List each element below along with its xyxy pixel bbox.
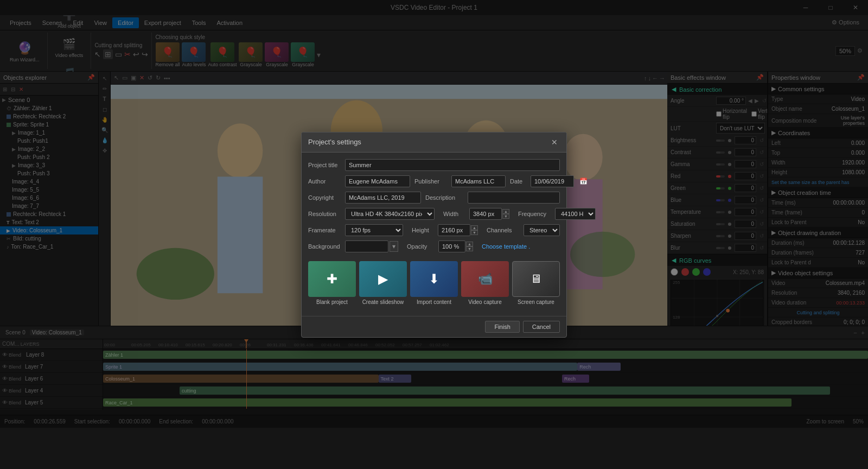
description-input[interactable] [468,192,560,204]
dialog-footer: Finish Cancel [302,316,566,337]
height-dn-btn[interactable]: ▼ [471,230,478,235]
author-input[interactable] [345,175,410,187]
template-grid: ✚ Blank project ▶ Create slideshow ⬇ Imp… [308,257,560,309]
template-screencap[interactable]: 🖥 Screen capture [512,261,560,305]
dialog-title-bar: Project's settings ✕ [302,132,566,153]
date-picker-btn[interactable]: 📅 [579,178,588,185]
template-slideshow[interactable]: ▶ Create slideshow [359,261,407,305]
template-import[interactable]: ⬇ Import content [410,261,458,305]
author-row: Author Publisher Date 📅 [308,175,560,187]
template-videocap[interactable]: 📹 Video capture [461,261,509,305]
dialog-body: Project title Author Publisher Date 📅 Co… [302,153,566,316]
height-up-btn[interactable]: ▲ [471,225,478,230]
dialog-title-text: Project's settings [308,138,361,146]
opacity-up-btn[interactable]: ▲ [466,242,473,246]
project-title-row: Project title [308,159,560,171]
framerate-row: Framerate 120 fps Height ▲ ▼ Channels St… [308,224,560,236]
template-blank[interactable]: ✚ Blank project [308,261,356,305]
dialog-close-btn[interactable]: ✕ [549,137,560,148]
background-color-picker[interactable] [345,240,388,252]
width-up-btn[interactable]: ▲ [502,209,509,214]
channels-select[interactable]: Stereo [524,224,560,236]
copyright-input[interactable] [345,192,421,204]
cancel-btn[interactable]: Cancel [523,321,560,333]
finish-btn[interactable]: Finish [485,321,519,333]
frequency-select[interactable]: 44100 Hz [555,208,596,220]
opacity-input[interactable] [438,240,465,252]
height-input[interactable] [438,224,470,236]
dialog-overlay[interactable]: Project's settings ✕ Project title Autho… [0,0,868,469]
resolution-select[interactable]: Ultra HD 4K 3840x2160 pixels (16... [345,208,435,220]
bg-dropdown-btn[interactable]: ▾ [390,241,398,252]
background-row: Background ▾ Opacity ▲ ▼ Choose template… [308,240,560,252]
opacity-dn-btn[interactable]: ▼ [466,246,473,251]
copyright-row: Copyright Description [308,192,560,204]
project-title-input[interactable] [345,159,560,171]
framerate-select[interactable]: 120 fps [345,224,403,236]
publisher-input[interactable] [451,175,506,187]
width-dn-btn[interactable]: ▼ [502,214,509,219]
date-input[interactable] [531,175,574,187]
project-settings-dialog: Project's settings ✕ Project title Autho… [301,132,567,338]
resolution-row: Resolution Ultra HD 4K 3840x2160 pixels … [308,208,560,220]
width-input[interactable] [469,208,502,220]
choose-template-link[interactable]: Choose template . [482,243,530,250]
